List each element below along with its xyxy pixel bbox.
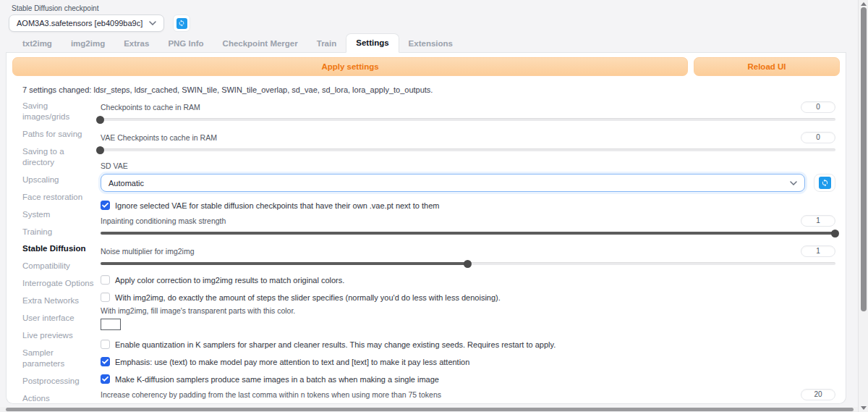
- sidebar-item-interrogate-options[interactable]: Interrogate Options: [22, 278, 95, 289]
- refresh-vae-button[interactable]: [814, 174, 835, 192]
- slider-thumb[interactable]: [96, 146, 104, 154]
- checkpoint-selector: Stable Diffusion checkpoint AOM3A3.safet…: [9, 4, 164, 32]
- emphasis-label: Emphasis: use (text) to make model pay m…: [115, 358, 469, 366]
- vertical-scrollbar-thumb[interactable]: [861, 7, 867, 311]
- refresh-icon: [176, 18, 187, 29]
- sd-vae-dropdown-value: Automatic: [109, 179, 144, 188]
- tab-settings[interactable]: Settings: [346, 33, 399, 53]
- checkpoint-label: Stable Diffusion checkpoint: [12, 4, 164, 12]
- sidebar-item-compatibility[interactable]: Compatibility: [22, 261, 95, 272]
- sidebar-item-upscaling[interactable]: Upscaling: [22, 175, 95, 185]
- inpainting-strength-label: Inpainting conditioning mask strength: [101, 216, 226, 225]
- sd-vae-dropdown[interactable]: Automatic: [101, 174, 805, 192]
- comma-padding-slider[interactable]: [101, 403, 835, 404]
- fill-color-label: With img2img, fill image's transparent p…: [101, 306, 835, 315]
- ignore-vae-checkbox[interactable]: [101, 201, 110, 210]
- fill-color-picker[interactable]: [101, 319, 121, 330]
- tab-png-info[interactable]: PNG Info: [158, 35, 213, 53]
- vae-cache-input[interactable]: [801, 132, 835, 143]
- sidebar-item-live-previews[interactable]: Live previews: [22, 330, 95, 341]
- emphasis-row: Emphasis: use (text) to make model pay m…: [101, 357, 835, 366]
- noise-multiplier-slider[interactable]: [101, 260, 835, 268]
- check-icon: [102, 377, 109, 382]
- sd-vae-label: SD VAE: [101, 161, 835, 170]
- refresh-icon: [819, 177, 831, 189]
- stable-diffusion-settings: Checkpoints to cache in RAM VAE Checkpoi…: [101, 101, 835, 404]
- vertical-scrollbar[interactable]: [858, 0, 868, 412]
- check-icon: [102, 203, 109, 208]
- sidebar-item-user-interface[interactable]: User interface: [22, 313, 95, 324]
- sidebar-item-stable-diffusion[interactable]: Stable Diffusion: [22, 243, 95, 254]
- noise-multiplier-label: Noise multiplier for img2img: [101, 247, 195, 256]
- tab-txt2img[interactable]: txt2img: [13, 35, 61, 53]
- settings-content: Saving images/grids Paths for saving Sav…: [7, 94, 846, 404]
- comma-padding-input[interactable]: [801, 389, 835, 400]
- scroll-down-arrow-icon[interactable]: [861, 406, 867, 410]
- inpainting-strength-row: Inpainting conditioning mask strength: [101, 214, 835, 227]
- scroll-up-arrow-icon[interactable]: [861, 2, 867, 6]
- main-tabbar: txt2img img2img Extras PNG Info Checkpoi…: [6, 34, 846, 53]
- exact-steps-label: With img2img, do exactly the amount of s…: [115, 293, 501, 302]
- tab-extras[interactable]: Extras: [114, 35, 158, 53]
- color-correction-checkbox[interactable]: [101, 275, 110, 285]
- sidebar-item-saving-to-directory[interactable]: Saving to a directory: [22, 146, 95, 168]
- sidebar-item-paths-for-saving[interactable]: Paths for saving: [22, 129, 95, 140]
- inpainting-strength-input[interactable]: [801, 215, 835, 227]
- k-diffusion-batch-row: Make K-diffusion samplers produce same i…: [101, 374, 835, 384]
- noise-multiplier-row: Noise multiplier for img2img: [101, 245, 835, 257]
- slider-thumb[interactable]: [831, 230, 839, 237]
- sidebar-item-actions[interactable]: Actions: [22, 393, 95, 404]
- slider-thumb[interactable]: [294, 403, 302, 405]
- settings-changed-status: 7 settings changed: ldsr_steps, ldsr_cac…: [22, 85, 846, 94]
- vae-cache-row: VAE Checkpoints to cache in RAM: [101, 131, 835, 143]
- refresh-checkpoints-button[interactable]: [173, 14, 190, 32]
- vae-cache-slider[interactable]: [101, 146, 835, 154]
- apply-settings-button[interactable]: Apply settings: [12, 57, 688, 76]
- vae-cache-label: VAE Checkpoints to cache in RAM: [101, 133, 217, 142]
- color-correction-label: Apply color correction to img2img result…: [115, 276, 344, 285]
- color-correction-row: Apply color correction to img2img result…: [101, 275, 835, 285]
- horizontal-scrollbar[interactable]: [0, 407, 858, 412]
- horizontal-scrollbar-thumb[interactable]: [6, 408, 854, 411]
- tab-checkpoint-merger[interactable]: Checkpoint Merger: [213, 35, 307, 53]
- sidebar-item-extra-networks[interactable]: Extra Networks: [22, 295, 95, 306]
- sidebar-item-system[interactable]: System: [22, 209, 95, 220]
- settings-panel: Apply settings Reload UI 7 settings chan…: [6, 53, 846, 404]
- checkpoint-cache-slider[interactable]: [101, 116, 835, 124]
- reload-ui-button[interactable]: Reload UI: [694, 57, 840, 76]
- sidebar-item-training[interactable]: Training: [22, 227, 95, 237]
- comma-padding-label: Increase coherency by padding from the l…: [101, 390, 441, 399]
- quantization-checkbox[interactable]: [101, 340, 110, 349]
- ignore-vae-label: Ignore selected VAE for stable diffusion…: [115, 201, 439, 210]
- emphasis-checkbox[interactable]: [101, 357, 110, 366]
- tab-img2img[interactable]: img2img: [61, 35, 114, 53]
- sidebar-item-postprocessing[interactable]: Postprocessing: [22, 376, 95, 387]
- tab-train[interactable]: Train: [307, 35, 346, 53]
- settings-actions-row: Apply settings Reload UI: [7, 53, 846, 76]
- k-diffusion-batch-checkbox[interactable]: [101, 374, 110, 384]
- chevron-down-icon: [790, 181, 797, 185]
- inpainting-strength-slider[interactable]: [101, 230, 835, 237]
- checkpoint-cache-input[interactable]: [801, 101, 835, 113]
- exact-steps-checkbox[interactable]: [101, 293, 110, 302]
- slider-thumb[interactable]: [96, 116, 104, 124]
- checkpoint-cache-row: Checkpoints to cache in RAM: [101, 101, 835, 113]
- noise-multiplier-input[interactable]: [801, 245, 835, 257]
- checkpoint-dropdown[interactable]: AOM3A3.safetensors [eb4099ba9c]: [9, 14, 164, 32]
- exact-steps-row: With img2img, do exactly the amount of s…: [101, 293, 835, 302]
- ignore-vae-row: Ignore selected VAE for stable diffusion…: [101, 201, 835, 210]
- sidebar-item-sampler-parameters[interactable]: Sampler parameters: [22, 348, 95, 369]
- checkpoint-selector-group: Stable Diffusion checkpoint AOM3A3.safet…: [9, 4, 190, 32]
- tab-extensions[interactable]: Extensions: [399, 35, 462, 53]
- sidebar-item-face-restoration[interactable]: Face restoration: [22, 192, 95, 203]
- check-icon: [102, 359, 109, 364]
- checkpoint-cache-label: Checkpoints to cache in RAM: [101, 103, 200, 112]
- k-diffusion-batch-label: Make K-diffusion samplers produce same i…: [115, 375, 439, 384]
- slider-thumb[interactable]: [464, 260, 472, 268]
- settings-sidebar: Saving images/grids Paths for saving Sav…: [22, 101, 95, 404]
- comma-padding-row: Increase coherency by padding from the l…: [101, 388, 835, 400]
- sidebar-item-saving-images[interactable]: Saving images/grids: [22, 101, 95, 122]
- checkpoint-dropdown-value: AOM3A3.safetensors [eb4099ba9c]: [17, 19, 142, 28]
- quantization-label: Enable quantization in K samplers for sh…: [115, 340, 556, 349]
- chevron-down-icon: [149, 21, 156, 25]
